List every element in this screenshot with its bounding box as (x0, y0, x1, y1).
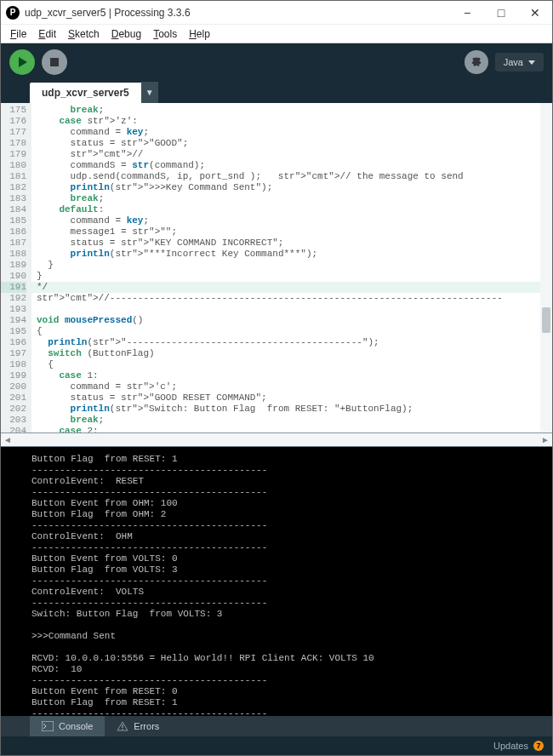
menu-file[interactable]: File (4, 26, 32, 42)
scroll-right-icon[interactable]: ► (541, 435, 550, 444)
footer-tab-bar: Console Errors (1, 716, 552, 736)
footer-console-label: Console (59, 721, 93, 731)
updates-count-badge[interactable]: 7 (533, 741, 544, 751)
menu-help[interactable]: Help (183, 26, 216, 42)
menu-tools[interactable]: Tools (147, 26, 183, 42)
close-button[interactable]: ✕ (518, 1, 552, 25)
svg-rect-2 (123, 729, 123, 730)
menu-sketch[interactable]: Sketch (62, 26, 105, 42)
status-bar: Updates 7 (1, 736, 552, 755)
svg-rect-0 (42, 721, 54, 731)
horizontal-scrollbar[interactable]: ◄ ► (1, 433, 552, 447)
vertical-scrollbar[interactable] (540, 103, 552, 432)
maximize-button[interactable]: □ (484, 1, 518, 25)
code-content[interactable]: break; case str">'z': command = key; sta… (31, 103, 540, 432)
stop-button[interactable] (42, 49, 67, 75)
line-gutter: 1751761771781791801811821831841851861871… (1, 103, 31, 432)
window-title: udp_xcvr_server5 | Processing 3.3.6 (25, 7, 450, 19)
tab-main[interactable]: udp_xcvr_server5 (30, 83, 141, 103)
console-icon (42, 721, 54, 731)
footer-tab-errors[interactable]: Errors (105, 716, 171, 736)
toolbar: Java (1, 43, 552, 81)
play-icon (19, 57, 27, 67)
mode-selector[interactable]: Java (495, 53, 544, 72)
console-output[interactable]: Button Flag from RESET: 1---------------… (1, 447, 552, 716)
warning-icon (117, 721, 128, 731)
menu-debug[interactable]: Debug (105, 26, 147, 42)
chevron-down-icon (528, 60, 535, 65)
scrollbar-thumb[interactable] (542, 307, 550, 333)
tab-bar: udp_xcvr_server5 ▼ (1, 81, 552, 103)
menu-edit[interactable]: Edit (32, 26, 62, 42)
title-bar: P udp_xcvr_server5 | Processing 3.3.6 − … (1, 1, 552, 25)
mode-label: Java (504, 57, 523, 67)
run-button[interactable] (9, 49, 35, 75)
svg-rect-1 (123, 724, 123, 728)
minimize-button[interactable]: − (450, 1, 484, 25)
updates-label[interactable]: Updates (493, 741, 528, 751)
tab-dropdown[interactable]: ▼ (141, 82, 158, 103)
menu-bar: File Edit Sketch Debug Tools Help (1, 25, 552, 43)
code-editor[interactable]: 1751761771781791801811821831841851861871… (1, 103, 552, 433)
debugger-button[interactable] (465, 50, 488, 74)
butterfly-icon (470, 55, 483, 69)
app-icon: P (6, 6, 20, 20)
footer-tab-console[interactable]: Console (30, 716, 105, 736)
stop-icon (50, 58, 59, 66)
footer-errors-label: Errors (134, 721, 159, 731)
